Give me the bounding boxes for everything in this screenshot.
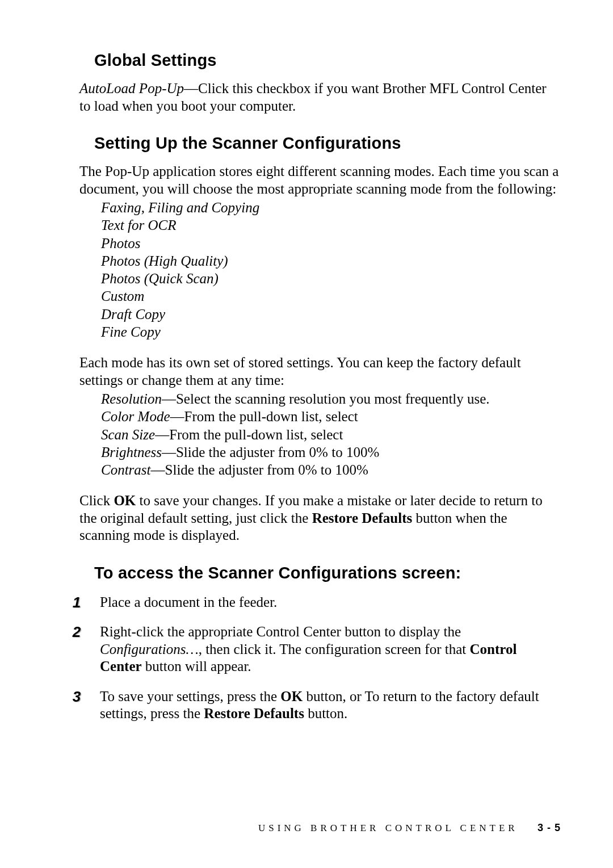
para-scan-intro: The Pop-Up application stores eight diff…	[79, 163, 561, 198]
para-stored-intro: Each mode has its own set of stored sett…	[79, 354, 561, 389]
setting-name: Color Mode	[101, 409, 170, 424]
page-footer: USING BROTHER CONTROL CENTER 3 - 5	[79, 822, 561, 834]
setting-name: Scan Size	[101, 427, 155, 442]
setting-item: Resolution—Select the scanning resolutio…	[101, 390, 561, 408]
step-item: 1 1 Place a document in the feeder.	[79, 594, 561, 611]
heading-access-screen: To access the Scanner Configurations scr…	[94, 564, 561, 582]
heading-global-settings: Global Settings	[94, 51, 561, 70]
scan-mode-item: Custom	[101, 287, 561, 305]
settings-list: Resolution—Select the scanning resolutio…	[101, 390, 561, 479]
setting-desc: —Slide the adjuster from 0% to 100%	[162, 445, 379, 460]
setting-name: Contrast	[101, 462, 151, 477]
scan-mode-item: Photos (High Quality)	[101, 252, 561, 270]
scan-modes-list: Faxing, Filing and CopyingText for OCRPh…	[101, 199, 561, 341]
setting-desc: —From the pull-down list, select	[170, 409, 358, 424]
setting-desc: —Select the scanning resolution you most…	[162, 391, 490, 406]
step-number: 2 2	[65, 623, 88, 641]
setting-name: Brightness	[101, 445, 162, 460]
step-number: 3 3	[65, 688, 88, 706]
scan-mode-item: Photos	[101, 234, 561, 252]
scan-mode-item: Draft Copy	[101, 305, 561, 323]
scan-mode-item: Faxing, Filing and Copying	[101, 199, 561, 216]
step-item: 2 2 Right-click the appropriate Control …	[79, 623, 561, 676]
step-text: Right-click the appropriate Control Cent…	[100, 624, 517, 674]
steps-list: 1 1 Place a document in the feeder. 2 2 …	[79, 594, 561, 723]
step-text: To save your settings, press the OK butt…	[100, 689, 539, 722]
running-title: USING BROTHER CONTROL CENTER	[258, 823, 518, 833]
para-closing: Click OK to save your changes. If you ma…	[79, 492, 561, 544]
page-number: 3 - 5	[538, 822, 561, 833]
setting-item: Contrast—Slide the adjuster from 0% to 1…	[101, 461, 561, 479]
setting-item: Color Mode—From the pull-down list, sele…	[101, 408, 561, 425]
setting-desc: —From the pull-down list, select	[155, 427, 343, 442]
setting-desc: —Slide the adjuster from 0% to 100%	[151, 462, 368, 477]
para-global-settings: AutoLoad Pop-Up—Click this checkbox if y…	[79, 80, 561, 115]
step-item: 3 3 To save your settings, press the OK …	[79, 688, 561, 723]
step-text: Place a document in the feeder.	[100, 594, 277, 610]
document-page: Global Settings AutoLoad Pop-Up—Click th…	[0, 0, 613, 868]
scan-mode-item: Fine Copy	[101, 323, 561, 341]
setting-item: Scan Size—From the pull-down list, selec…	[101, 426, 561, 443]
setting-name: Resolution	[101, 391, 162, 406]
scan-mode-item: Photos (Quick Scan)	[101, 270, 561, 287]
step-number: 1 1	[65, 594, 88, 612]
setting-item: Brightness—Slide the adjuster from 0% to…	[101, 443, 561, 461]
scan-mode-item: Text for OCR	[101, 216, 561, 234]
heading-scanner-config: Setting Up the Scanner Configurations	[94, 134, 561, 153]
